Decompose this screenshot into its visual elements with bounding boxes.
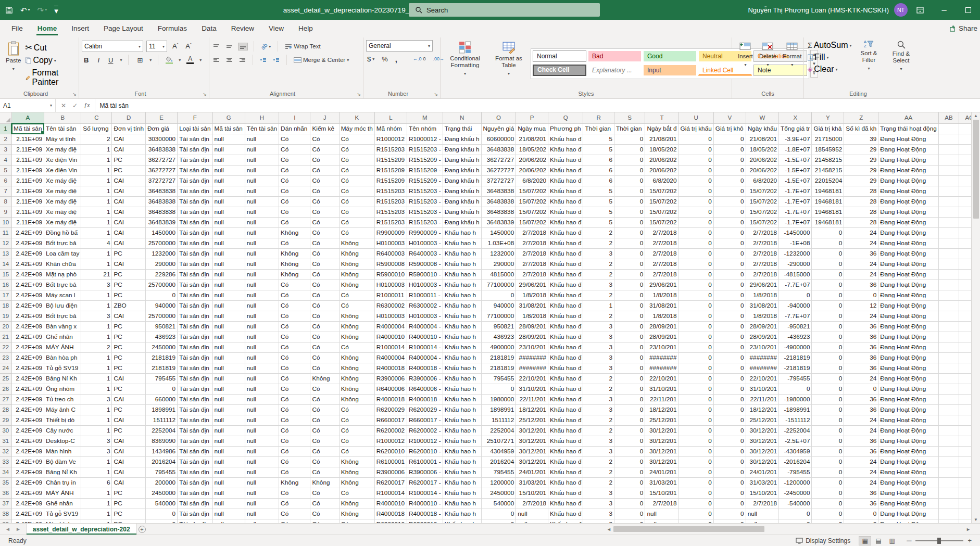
cell-S37[interactable]: 0 [614,499,645,509]
cell-V14[interactable]: 0 [713,259,746,270]
align-middle-button[interactable] [225,43,234,50]
cell-C38[interactable]: 1 [81,509,112,519]
cell-N4[interactable]: Đang khấu h [443,155,481,166]
cell-S28[interactable]: 0 [614,405,645,415]
cell-X34[interactable]: -795455 [779,467,812,478]
cell-U12[interactable]: 0 [679,238,713,249]
cell-N30[interactable]: Khấu hao h [443,426,481,436]
cell-D13[interactable]: PC [112,249,146,259]
cell-B24[interactable]: Tủ gỗ SV19 [44,363,81,374]
share-button[interactable]: Share [950,20,980,36]
cell-V17[interactable]: 0 [713,290,746,301]
cell-W7[interactable]: 15/07/202 [746,186,778,197]
cell-J36[interactable]: Có [310,488,339,499]
cell-Z39[interactable]: 0 [844,519,878,524]
cell-O4[interactable]: 36272727 [481,155,516,166]
cell-R4[interactable]: 6 [583,155,614,166]
cell-W34[interactable]: 24/01/201 [746,467,778,478]
cell-M14[interactable]: R5900008 - [407,259,443,270]
cell-O12[interactable]: 1.03E+08 [481,238,516,249]
cell-O31[interactable]: 25107271 [481,436,516,447]
cell-B33[interactable]: Bộ đàm Ve [44,457,81,467]
cell-C9[interactable]: 1 [81,207,112,218]
cell-M25[interactable]: R3900006 - [407,374,443,384]
cell-O15[interactable]: 4815000 [481,270,516,280]
cell-N34[interactable]: Khấu hao h [443,467,481,478]
cell-U25[interactable]: 0 [679,374,713,384]
cell-H1[interactable]: Tên tài sản [245,123,279,134]
cell-D25[interactable]: CAI [112,374,146,384]
cell-H17[interactable]: null [245,290,279,301]
cell-Q24[interactable]: Khấu hao đ [548,363,583,374]
underline-dropdown-icon[interactable]: ▾ [120,58,122,62]
cell-W15[interactable]: 2/7/2018 [746,270,778,280]
cell-AA35[interactable]: Đang Hoạt Động [878,478,938,488]
cell-S9[interactable]: 0 [614,207,645,218]
decrease-font-size-button[interactable]: Aˇ [183,42,193,50]
vertical-scroll-thumb[interactable] [973,120,979,219]
cell-Y26[interactable]: 0 [812,384,844,395]
cell-U39[interactable]: 0 [679,519,713,524]
cell-D26[interactable]: PC [112,384,146,395]
cell-U38[interactable]: 0 [679,509,713,519]
cell-W29[interactable]: 25/12/201 [746,415,778,426]
cell-B31[interactable]: Desktop-C [44,436,81,447]
cell-K9[interactable]: Có [339,207,374,218]
cell-O18[interactable]: 940000 [481,301,516,311]
cell-E3[interactable]: 36483838 [146,145,178,155]
cell-U2[interactable]: 0 [679,134,713,145]
cell-A10[interactable]: 2.11E+09 [11,218,44,228]
cell-D16[interactable]: PC [112,280,146,290]
cell-L11[interactable]: R9900009 [374,228,407,238]
row-header-14[interactable]: 14 [0,259,11,270]
tab-insert[interactable]: Insert [64,20,96,36]
cell-B29[interactable]: Thiết bị dò [44,415,81,426]
cell-P8[interactable]: 15/07/202 [516,197,548,207]
cell-Z1[interactable]: Số kì đã kh [844,123,878,134]
cell-E13[interactable]: 1232000 [146,249,178,259]
vertical-scrollbar[interactable]: ▲ ▼ [971,112,980,523]
cell-S38[interactable]: 0 [614,509,645,519]
cell-A2[interactable]: 2.11E+09 [11,134,44,145]
cell-R16[interactable]: 3 [583,280,614,290]
cell-B20[interactable]: Bàn vàng x [44,322,81,332]
col-header-S[interactable]: S [614,112,645,123]
cell-M5[interactable]: R1515209 - [407,166,443,176]
cell-X2[interactable]: -3.9E+07 [779,134,812,145]
cell-I6[interactable]: Có [279,176,310,186]
cell-H10[interactable]: null [245,218,279,228]
cell-M12[interactable]: H0100003 - [407,238,443,249]
cell-C36[interactable]: 1 [81,488,112,499]
cell-O11[interactable]: 1450000 [481,228,516,238]
cell-E23[interactable]: 2181819 [146,353,178,363]
cell-L1[interactable]: Mã nhóm [374,123,407,134]
cell-Q1[interactable]: Phương ph [548,123,583,134]
cell-N39[interactable]: Khấu hao h [443,519,481,524]
cell-Q9[interactable]: Khấu hao đ [548,207,583,218]
cell-Y11[interactable]: 0 [812,228,844,238]
cell-A17[interactable]: 2.42E+09 [11,290,44,301]
cell-S8[interactable]: 0 [614,197,645,207]
row-header-7[interactable]: 7 [0,186,11,197]
cell-Q11[interactable]: Khấu hao đ [548,228,583,238]
italic-button[interactable]: I [95,56,102,64]
cell-J10[interactable]: Có [310,218,339,228]
cell-W17[interactable]: 1/8/2018 [746,290,778,301]
cell-V15[interactable]: 0 [713,270,746,280]
cell-Y7[interactable]: 19468181 [812,186,844,197]
cell-U27[interactable]: 0 [679,395,713,405]
cell-I17[interactable]: Có [279,290,310,301]
cell-R8[interactable]: 5 [583,197,614,207]
cell-R5[interactable]: 6 [583,166,614,176]
cell-X16[interactable]: -7.7E+07 [779,280,812,290]
cell-P2[interactable]: 21/08/201 [516,134,548,145]
cell-D18[interactable]: ZBO [112,301,146,311]
cell-D11[interactable]: CAI [112,228,146,238]
cell-A18[interactable]: 2.42E+09 [11,301,44,311]
cell-AB9[interactable] [938,207,959,218]
cell-H3[interactable]: null [245,145,279,155]
cell-P15[interactable]: 2/7/2018 [516,270,548,280]
cell-E5[interactable]: 36272727 [146,166,178,176]
cell-Y15[interactable]: 0 [812,270,844,280]
cell-R14[interactable]: 2 [583,259,614,270]
